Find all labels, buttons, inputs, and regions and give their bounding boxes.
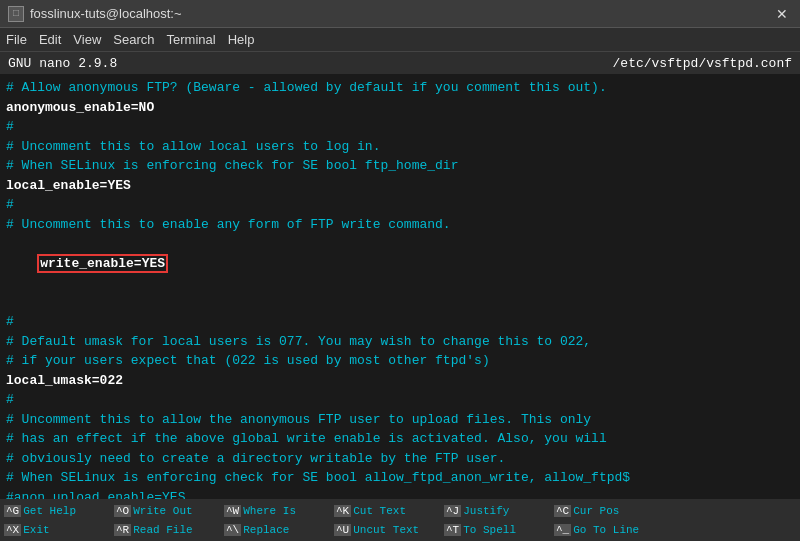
footer-replace[interactable]: ^\ Replace xyxy=(224,524,334,536)
label-cur-pos: Cur Pos xyxy=(573,505,619,517)
menu-view[interactable]: View xyxy=(73,32,101,47)
label-where-is: Where Is xyxy=(243,505,296,517)
footer-cut-text[interactable]: ^K Cut Text xyxy=(334,505,444,517)
nano-header: GNU nano 2.9.8 /etc/vsftpd/vsftpd.conf xyxy=(0,52,800,74)
footer-exit[interactable]: ^X Exit xyxy=(4,524,114,536)
footer-row-1: ^G Get Help ^O Write Out ^W Where Is ^K … xyxy=(4,505,796,517)
footer-uncut-text[interactable]: ^U Uncut Text xyxy=(334,524,444,536)
footer-row-2: ^X Exit ^R Read File ^\ Replace ^U Uncut… xyxy=(4,524,796,536)
line-6: local_enable=YES xyxy=(6,176,794,196)
menu-edit[interactable]: Edit xyxy=(39,32,61,47)
footer-to-spell[interactable]: ^T To Spell xyxy=(444,524,554,536)
key-write-out: ^O xyxy=(114,505,131,517)
line-11: # xyxy=(6,312,794,332)
label-exit: Exit xyxy=(23,524,49,536)
key-cur-pos: ^C xyxy=(554,505,571,517)
line-20: #anon_upload_enable=YES xyxy=(6,488,794,500)
label-go-to-line: Go To Line xyxy=(573,524,639,536)
write-enable-setting: write_enable=YES xyxy=(37,254,168,273)
label-cut-text: Cut Text xyxy=(353,505,406,517)
line-9-highlighted: write_enable=YES xyxy=(6,234,794,293)
title-bar-title: fosslinux-tuts@localhost:~ xyxy=(30,6,182,21)
menu-bar: File Edit View Search Terminal Help xyxy=(0,28,800,52)
line-8: # Uncomment this to enable any form of F… xyxy=(6,215,794,235)
key-where-is: ^W xyxy=(224,505,241,517)
line-16: # Uncomment this to allow the anonymous … xyxy=(6,410,794,430)
label-get-help: Get Help xyxy=(23,505,76,517)
close-button[interactable]: ✕ xyxy=(772,6,792,22)
menu-help[interactable]: Help xyxy=(228,32,255,47)
title-bar-left: □ fosslinux-tuts@localhost:~ xyxy=(8,6,182,22)
line-1: # Allow anonymous FTP? (Beware - allowed… xyxy=(6,78,794,98)
key-uncut-text: ^U xyxy=(334,524,351,536)
key-get-help: ^G xyxy=(4,505,21,517)
key-go-to-line: ^_ xyxy=(554,524,571,536)
line-13: # if your users expect that (022 is used… xyxy=(6,351,794,371)
line-14: local_umask=022 xyxy=(6,371,794,391)
footer-cur-pos[interactable]: ^C Cur Pos xyxy=(554,505,664,517)
line-17: # has an effect if the above global writ… xyxy=(6,429,794,449)
window-icon-symbol: □ xyxy=(13,8,19,19)
line-19: # When SELinux is enforcing check for SE… xyxy=(6,468,794,488)
key-to-spell: ^T xyxy=(444,524,461,536)
line-5: # When SELinux is enforcing check for SE… xyxy=(6,156,794,176)
menu-file[interactable]: File xyxy=(6,32,27,47)
label-write-out: Write Out xyxy=(133,505,192,517)
nano-version: GNU nano 2.9.8 xyxy=(8,56,117,71)
label-uncut-text: Uncut Text xyxy=(353,524,419,536)
footer-justify[interactable]: ^J Justify xyxy=(444,505,554,517)
key-cut-text: ^K xyxy=(334,505,351,517)
line-10 xyxy=(6,293,794,313)
label-replace: Replace xyxy=(243,524,289,536)
line-7: # xyxy=(6,195,794,215)
label-justify: Justify xyxy=(463,505,509,517)
footer-where-is[interactable]: ^W Where Is xyxy=(224,505,334,517)
terminal-content[interactable]: # Allow anonymous FTP? (Beware - allowed… xyxy=(0,74,800,499)
label-to-spell: To Spell xyxy=(463,524,516,536)
footer-write-out[interactable]: ^O Write Out xyxy=(114,505,224,517)
footer-read-file[interactable]: ^R Read File xyxy=(114,524,224,536)
window-icon: □ xyxy=(8,6,24,22)
line-15: # xyxy=(6,390,794,410)
footer-go-to-line[interactable]: ^_ Go To Line xyxy=(554,524,664,536)
key-replace: ^\ xyxy=(224,524,241,536)
menu-terminal[interactable]: Terminal xyxy=(167,32,216,47)
line-12: # Default umask for local users is 077. … xyxy=(6,332,794,352)
line-18: # obviously need to create a directory w… xyxy=(6,449,794,469)
key-justify: ^J xyxy=(444,505,461,517)
nano-filepath: /etc/vsftpd/vsftpd.conf xyxy=(613,56,792,71)
line-3: # xyxy=(6,117,794,137)
line-2: anonymous_enable=NO xyxy=(6,98,794,118)
footer-get-help[interactable]: ^G Get Help xyxy=(4,505,114,517)
key-exit: ^X xyxy=(4,524,21,536)
line-4: # Uncomment this to allow local users to… xyxy=(6,137,794,157)
menu-search[interactable]: Search xyxy=(113,32,154,47)
nano-footer: ^G Get Help ^O Write Out ^W Where Is ^K … xyxy=(0,499,800,541)
label-read-file: Read File xyxy=(133,524,192,536)
title-bar: □ fosslinux-tuts@localhost:~ ✕ xyxy=(0,0,800,28)
key-read-file: ^R xyxy=(114,524,131,536)
